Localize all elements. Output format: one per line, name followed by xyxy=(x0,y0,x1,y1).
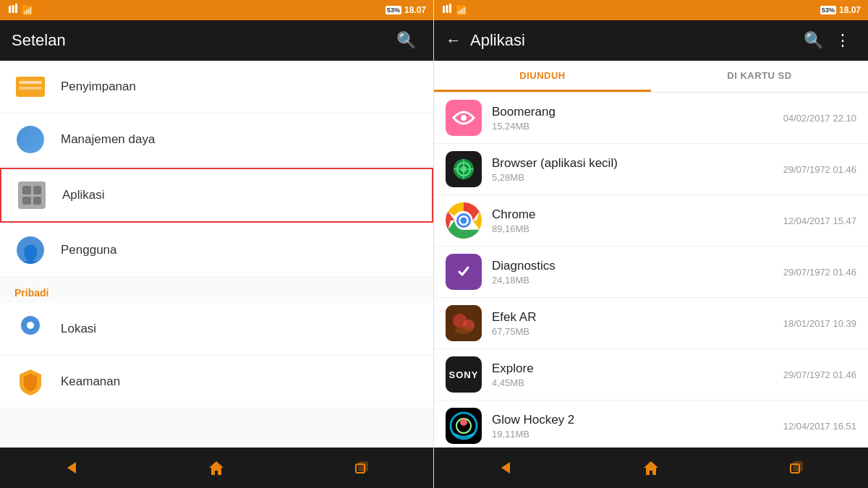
boomerang-info: Boomerang 15,24MB xyxy=(492,105,783,132)
right-more-icon[interactable]: ⋮ xyxy=(829,28,856,53)
efek-size: 67,75MB xyxy=(492,326,783,337)
settings-item-power[interactable]: Manajemen daya xyxy=(0,114,433,166)
right-wifi-icon: 📶 xyxy=(456,5,467,16)
tab-di-kartu-sd[interactable]: DI KARTU SD xyxy=(651,61,868,92)
settings-list: Penyimpanan Manajemen daya Aplikasi xyxy=(0,61,433,448)
diagnostics-info: Diagnostics 24,18MB xyxy=(492,259,783,286)
right-search-icon[interactable]: 🔍 xyxy=(798,28,829,53)
svg-point-31 xyxy=(460,419,467,426)
right-battery: 53% xyxy=(820,6,836,14)
right-recent-btn[interactable] xyxy=(775,455,818,481)
left-toolbar: Setelan 🔍 xyxy=(0,20,433,61)
svg-rect-0 xyxy=(9,6,11,13)
settings-item-location[interactable]: Lokasi xyxy=(0,303,433,356)
users-label: Pengguna xyxy=(61,243,117,257)
security-icon-wrap xyxy=(14,366,46,398)
apps-label: Aplikasi xyxy=(62,188,105,202)
right-back-icon[interactable]: ← xyxy=(446,31,461,50)
users-icon-wrap xyxy=(14,234,46,266)
settings-item-users[interactable]: Pengguna xyxy=(0,224,433,277)
left-battery: 53% xyxy=(386,6,401,14)
app-item-chrome[interactable]: Chrome 89,16MB 12/04/2017 15.47 xyxy=(434,195,868,247)
right-sim-icon xyxy=(441,4,453,17)
glow-size: 19,11MB xyxy=(492,429,783,440)
svg-marker-6 xyxy=(67,462,76,474)
left-status-right: 53% 18.07 xyxy=(386,5,426,15)
chrome-size: 89,16MB xyxy=(492,223,783,234)
settings-item-apps[interactable]: Aplikasi xyxy=(0,168,433,223)
left-status-icons: 📶 xyxy=(7,4,33,17)
efek-icon xyxy=(446,305,482,341)
app-item-glow[interactable]: Glow Hockey 2 19,11MB 12/04/2017 16.51 xyxy=(434,401,868,448)
app-item-diagnostics[interactable]: Diagnostics 24,18MB 29/07/1972 01.46 xyxy=(434,247,868,298)
right-time: 18.07 xyxy=(839,5,861,15)
right-toolbar: ← Aplikasi 🔍 ⋮ xyxy=(434,20,868,61)
left-back-btn[interactable] xyxy=(50,455,93,481)
efek-info: Efek AR 67,75MB xyxy=(492,310,783,337)
svg-point-27 xyxy=(455,327,472,334)
left-panel: 📶 53% 18.07 Setelan 🔍 Penyimpanan Manaje… xyxy=(0,0,434,488)
svg-rect-36 xyxy=(793,462,802,471)
browser-date: 29/07/1972 01.46 xyxy=(783,164,856,175)
right-toolbar-title: Aplikasi xyxy=(470,31,798,50)
browser-size: 5,28MB xyxy=(492,172,783,183)
app-item-efek[interactable]: Efek AR 67,75MB 18/01/2017 10.39 xyxy=(434,298,868,349)
chrome-name: Chrome xyxy=(492,207,783,222)
right-home-btn[interactable] xyxy=(628,454,674,481)
power-icon xyxy=(17,126,44,153)
boomerang-size: 15,24MB xyxy=(492,121,783,132)
app-item-browser[interactable]: Browser (aplikasi kecil) 5,28MB 29/07/19… xyxy=(434,144,868,195)
glow-date: 12/04/2017 16.51 xyxy=(783,421,856,432)
chrome-icon xyxy=(446,202,482,239)
diagnostics-size: 24,18MB xyxy=(492,275,783,286)
settings-item-storage[interactable]: Penyimpanan xyxy=(0,61,433,114)
browser-info: Browser (aplikasi kecil) 5,28MB xyxy=(492,156,783,183)
apps-icon xyxy=(18,181,46,209)
power-icon-wrap xyxy=(14,124,46,155)
right-panel: 📶 53% 18.07 ← Aplikasi 🔍 ⋮ DIUNDUH DI KA… xyxy=(434,0,868,488)
users-icon xyxy=(17,236,44,264)
app-list: Boomerang 15,24MB 04/02/2017 22.10 Brows… xyxy=(434,93,868,448)
efek-name: Efek AR xyxy=(492,310,783,325)
diagnostics-date: 29/07/1972 01.46 xyxy=(783,267,856,278)
svg-rect-12 xyxy=(449,4,451,13)
chrome-date: 12/04/2017 15.47 xyxy=(783,215,856,226)
boomerang-date: 04/02/2017 22.10 xyxy=(783,113,856,124)
svg-rect-1 xyxy=(12,5,14,13)
tab-diunduh[interactable]: DIUNDUH xyxy=(434,61,651,92)
left-bottom-nav xyxy=(0,448,433,488)
sim-icon xyxy=(7,4,19,17)
settings-item-security[interactable]: Keamanan xyxy=(0,356,433,408)
wifi-icon: 📶 xyxy=(22,5,33,16)
explore-info: Explore 4,45MB xyxy=(492,361,783,388)
svg-point-4 xyxy=(27,322,34,329)
explore-size: 4,45MB xyxy=(492,377,783,388)
left-status-bar: 📶 53% 18.07 xyxy=(0,0,433,20)
chrome-info: Chrome 89,16MB xyxy=(492,207,783,234)
svg-rect-9 xyxy=(359,462,367,471)
svg-rect-11 xyxy=(446,5,448,13)
svg-marker-33 xyxy=(501,462,510,474)
browser-name: Browser (aplikasi kecil) xyxy=(492,156,783,171)
right-status-icons: 📶 xyxy=(441,4,467,17)
storage-label: Penyimpanan xyxy=(61,80,136,94)
tabs-bar: DIUNDUH DI KARTU SD xyxy=(434,61,868,93)
section-pribadi: Pribadi xyxy=(0,277,433,303)
right-back-btn[interactable] xyxy=(484,455,527,481)
app-item-explore[interactable]: SONY Explore 4,45MB 29/07/1972 01.46 xyxy=(434,349,868,401)
app-item-boomerang[interactable]: Boomerang 15,24MB 04/02/2017 22.10 xyxy=(434,93,868,144)
glow-name: Glow Hockey 2 xyxy=(492,413,783,427)
security-label: Keamanan xyxy=(61,374,120,389)
svg-point-13 xyxy=(461,115,467,121)
location-label: Lokasi xyxy=(61,322,96,336)
svg-marker-7 xyxy=(209,461,224,475)
svg-marker-34 xyxy=(644,461,658,475)
explore-name: Explore xyxy=(492,361,783,376)
svg-point-22 xyxy=(461,218,467,224)
svg-rect-2 xyxy=(15,4,17,13)
location-icon-wrap xyxy=(14,313,46,345)
left-home-btn[interactable] xyxy=(193,454,239,481)
browser-icon xyxy=(446,151,482,187)
left-recent-btn[interactable] xyxy=(340,455,383,481)
left-search-icon[interactable]: 🔍 xyxy=(391,28,422,53)
